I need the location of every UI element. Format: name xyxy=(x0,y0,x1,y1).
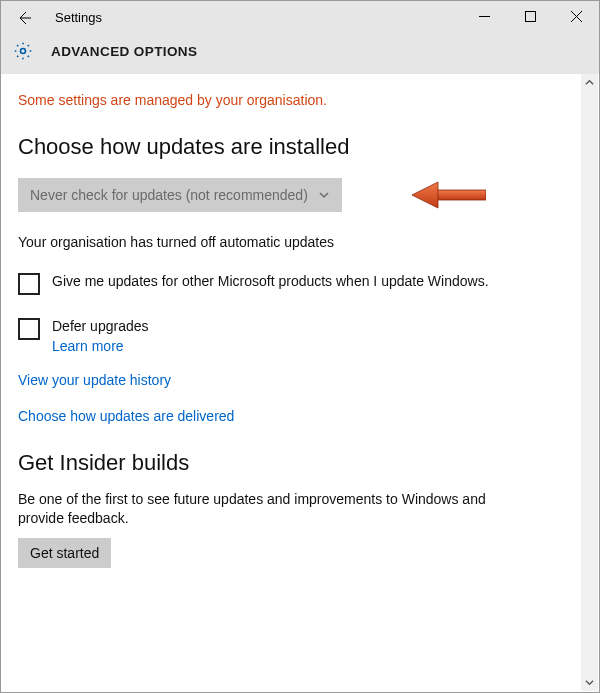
titlebar-left: Settings xyxy=(9,1,102,34)
svg-point-4 xyxy=(21,49,26,54)
get-started-button[interactable]: Get started xyxy=(18,538,111,568)
defer-learn-more-link[interactable]: Learn more xyxy=(52,338,149,354)
content: Some settings are managed by your organi… xyxy=(2,74,581,691)
minimize-icon xyxy=(479,11,490,22)
window-controls xyxy=(461,1,599,31)
checkbox-defer-label: Defer upgrades xyxy=(52,317,149,336)
close-button[interactable] xyxy=(553,1,599,31)
scroll-down-button[interactable] xyxy=(581,674,598,691)
settings-window: Settings ADVANCED OPTIONS Some setting xyxy=(0,0,600,693)
maximize-icon xyxy=(525,11,536,22)
checkbox-other-products-row: Give me updates for other Microsoft prod… xyxy=(18,272,518,295)
window-titlebar: Settings xyxy=(1,1,599,34)
checkbox-defer-upgrades[interactable] xyxy=(18,318,40,340)
svg-marker-6 xyxy=(412,182,438,208)
svg-rect-1 xyxy=(525,11,535,21)
update-mode-dropdown[interactable]: Never check for updates (not recommended… xyxy=(18,178,342,212)
client-area: Some settings are managed by your organi… xyxy=(2,74,598,691)
page-header: ADVANCED OPTIONS xyxy=(1,34,599,74)
org-managed-warning: Some settings are managed by your organi… xyxy=(18,92,565,108)
app-title: Settings xyxy=(55,10,102,25)
back-arrow-icon xyxy=(16,10,32,26)
chevron-up-icon xyxy=(585,78,594,87)
svg-rect-5 xyxy=(436,190,486,200)
vertical-scrollbar[interactable] xyxy=(581,74,598,691)
maximize-button[interactable] xyxy=(507,1,553,31)
update-mode-row: Never check for updates (not recommended… xyxy=(18,178,565,212)
view-history-link[interactable]: View your update history xyxy=(18,372,565,388)
chevron-down-icon xyxy=(318,189,330,201)
insider-description: Be one of the first to see future update… xyxy=(18,490,518,528)
scroll-up-button[interactable] xyxy=(581,74,598,91)
gear-icon xyxy=(13,41,33,61)
checkbox-other-products-label: Give me updates for other Microsoft prod… xyxy=(52,272,489,291)
close-icon xyxy=(571,11,582,22)
checkbox-defer-row: Defer upgrades Learn more xyxy=(18,317,518,354)
page-title: ADVANCED OPTIONS xyxy=(51,44,197,59)
org-autoupdate-note: Your organisation has turned off automat… xyxy=(18,234,565,250)
update-mode-value: Never check for updates (not recommended… xyxy=(30,187,308,203)
annotation-arrow-icon xyxy=(412,180,486,210)
chevron-down-icon xyxy=(585,678,594,687)
back-button[interactable] xyxy=(9,1,39,34)
minimize-button[interactable] xyxy=(461,1,507,31)
checkbox-other-products[interactable] xyxy=(18,273,40,295)
delivery-link[interactable]: Choose how updates are delivered xyxy=(18,408,565,424)
updates-section-title: Choose how updates are installed xyxy=(18,134,565,160)
insider-section-title: Get Insider builds xyxy=(18,450,565,476)
